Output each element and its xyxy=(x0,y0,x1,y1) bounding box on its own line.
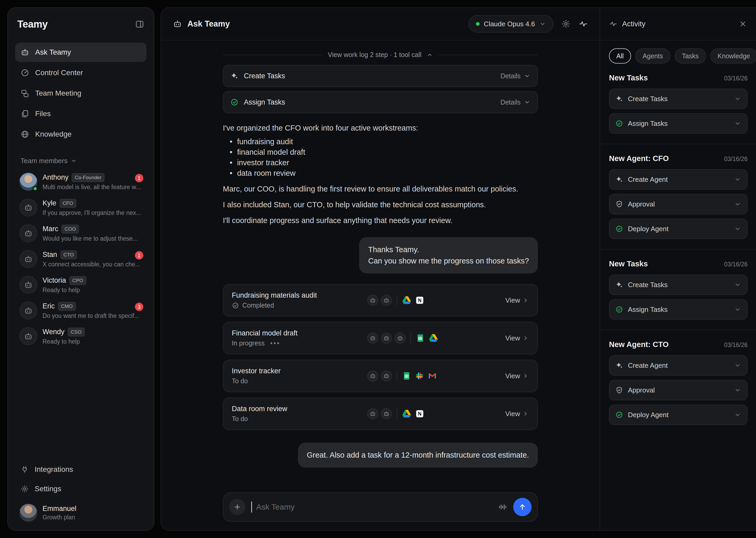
member-status: Ready to help xyxy=(42,287,142,294)
bot-icon xyxy=(397,335,403,341)
send-button[interactable] xyxy=(513,498,532,516)
activity-filters: All Agents Tasks Knowledge xyxy=(609,48,756,64)
filter-agents[interactable]: Agents xyxy=(635,48,670,64)
member-row-wendy[interactable]: WendyCSO Ready to help xyxy=(15,324,147,349)
view-task-button[interactable]: View xyxy=(505,410,529,418)
sidebar-item-control-center[interactable]: Control Center xyxy=(15,63,147,82)
settings-gear-icon[interactable] xyxy=(561,19,571,28)
attach-button[interactable] xyxy=(229,499,246,515)
workspace: Ask Teamy Claude Opus 4.6 View work log … xyxy=(161,7,756,531)
sidebar-item-files[interactable]: Files xyxy=(15,104,147,124)
panel-collapse-icon xyxy=(135,20,144,29)
tool-card-assign-tasks[interactable]: Assign Tasks Details xyxy=(223,91,538,113)
sidebar-nav: Ask Teamy Control Center Team Meeting Fi… xyxy=(15,42,147,144)
notification-badge: 1 xyxy=(135,174,143,182)
activity-toggle-icon[interactable] xyxy=(579,19,588,28)
chevron-down-icon xyxy=(734,95,741,102)
bot-chat-icon xyxy=(173,19,182,28)
member-status: If you approve, I'll organize the nex... xyxy=(42,209,142,216)
plug-icon xyxy=(21,465,29,474)
nav-label: Control Center xyxy=(35,69,83,77)
view-task-button[interactable]: View xyxy=(505,372,529,380)
bot-avatar xyxy=(20,327,37,345)
composer-input[interactable]: Ask Teamy xyxy=(256,503,295,511)
online-status-dot xyxy=(32,186,38,191)
chat-scroll-area[interactable]: View work log 2 step · 1 tool call Creat… xyxy=(161,40,599,530)
sidebar-item-knowledge[interactable]: Knowledge xyxy=(15,125,147,144)
work-log-toggle[interactable]: View work log 2 step · 1 tool call xyxy=(223,51,538,59)
user-account-row[interactable]: Emmanuel Growth plan xyxy=(15,499,147,523)
message-composer[interactable]: Ask Teamy xyxy=(223,492,538,522)
linked-apps xyxy=(402,409,424,418)
tool-card-label: Assign Tasks xyxy=(244,98,285,106)
sidebar-item-ask-teamy[interactable]: Ask Teamy xyxy=(15,42,147,62)
linked-apps xyxy=(415,333,438,343)
sidebar-item-settings[interactable]: Settings xyxy=(15,479,147,499)
close-activity-button[interactable] xyxy=(739,20,747,28)
activity-item-create-agent[interactable]: Create Agent xyxy=(609,355,748,376)
member-row-victoria[interactable]: VictoriaCPO Ready to help xyxy=(15,272,147,297)
gauge-icon xyxy=(21,68,29,77)
task-card-data-room-review[interactable]: Data room review To do xyxy=(223,398,538,430)
check-circle-icon xyxy=(615,225,623,233)
member-row-anthony[interactable]: AnthonyCo-Founder Multi model is live, a… xyxy=(15,169,147,194)
team-members-toggle[interactable]: Team members xyxy=(15,154,147,167)
activity-header: Activity xyxy=(600,8,756,40)
globe-icon xyxy=(21,130,29,139)
activity-item-deploy-agent[interactable]: Deploy Agent xyxy=(609,404,748,425)
shield-icon xyxy=(615,386,623,394)
gmail-icon xyxy=(428,371,437,381)
view-task-button[interactable]: View xyxy=(505,296,529,304)
details-button[interactable]: Details xyxy=(500,98,531,106)
task-card-fundraising-audit[interactable]: Fundraising materials audit Completed xyxy=(223,284,538,317)
activity-item-assign-tasks[interactable]: Assign Tasks xyxy=(609,113,748,134)
task-title: Fundraising materials audit xyxy=(232,291,367,299)
filter-knowledge[interactable]: Knowledge xyxy=(710,48,756,64)
bot-icon xyxy=(370,410,376,417)
activity-item-assign-tasks[interactable]: Assign Tasks xyxy=(609,299,748,320)
user-plan: Growth plan xyxy=(42,514,76,521)
member-row-eric[interactable]: EricCMO Do you want me to draft the spec… xyxy=(15,298,147,323)
member-row-marc[interactable]: MarcCOO Would you like me to adjust thes… xyxy=(15,221,147,246)
filter-tasks[interactable]: Tasks xyxy=(675,48,706,64)
voice-input-icon[interactable] xyxy=(498,502,507,512)
filter-all[interactable]: All xyxy=(609,48,631,64)
member-row-kyle[interactable]: KyleCFO If you approve, I'll organize th… xyxy=(15,195,147,220)
divider xyxy=(600,330,756,330)
tool-card-create-tasks[interactable]: Create Tasks Details xyxy=(223,65,538,87)
bot-icon xyxy=(383,373,390,379)
chevron-right-icon xyxy=(522,372,529,379)
sidebar-item-integrations[interactable]: Integrations xyxy=(15,460,147,479)
assigned-agents xyxy=(367,408,392,419)
activity-group: New Agent: CTO 03/16/26 Create Agent App… xyxy=(609,340,756,425)
task-card-financial-model[interactable]: Financial model draft In progress xyxy=(223,322,538,354)
member-role-badge: CTO xyxy=(60,250,77,259)
details-button[interactable]: Details xyxy=(500,72,531,80)
workstream-list: fundraising audit financial model draft … xyxy=(223,136,538,178)
sidebar-item-team-meeting[interactable]: Team Meeting xyxy=(15,83,147,103)
activity-item-create-agent[interactable]: Create Agent xyxy=(609,169,748,190)
activity-item-create-tasks[interactable]: Create Tasks xyxy=(609,88,748,109)
assistant-message-paragraph: I also included Stan, our CTO, to help v… xyxy=(223,199,538,210)
bot-avatar xyxy=(20,250,37,268)
bot-chat-icon xyxy=(21,48,29,57)
sidebar-collapse-button[interactable] xyxy=(135,20,144,29)
work-log-label: View work log 2 step · 1 tool call xyxy=(328,51,422,59)
notification-badge: 1 xyxy=(135,251,143,259)
model-selector[interactable]: Claude Opus 4.6 xyxy=(469,15,553,32)
activity-item-deploy-agent[interactable]: Deploy Agent xyxy=(609,219,748,239)
model-name: Claude Opus 4.6 xyxy=(484,20,535,28)
gear-icon xyxy=(21,485,29,493)
activity-group-title: New Agent: CTO xyxy=(609,340,669,349)
task-card-investor-tracker[interactable]: Investor tracker To do xyxy=(223,360,538,392)
member-row-stan[interactable]: StanCTO X connect accessible, you can ch… xyxy=(15,246,147,272)
agent-avatar xyxy=(381,295,392,306)
activity-group-title: New Tasks xyxy=(609,259,648,268)
shield-icon xyxy=(615,200,623,208)
activity-item-create-tasks[interactable]: Create Tasks xyxy=(609,275,748,295)
activity-item-approval[interactable]: Approval xyxy=(609,194,748,214)
activity-item-approval[interactable]: Approval xyxy=(609,380,748,400)
bot-icon xyxy=(383,297,390,303)
view-task-button[interactable]: View xyxy=(505,334,529,342)
user-avatar xyxy=(20,504,37,522)
